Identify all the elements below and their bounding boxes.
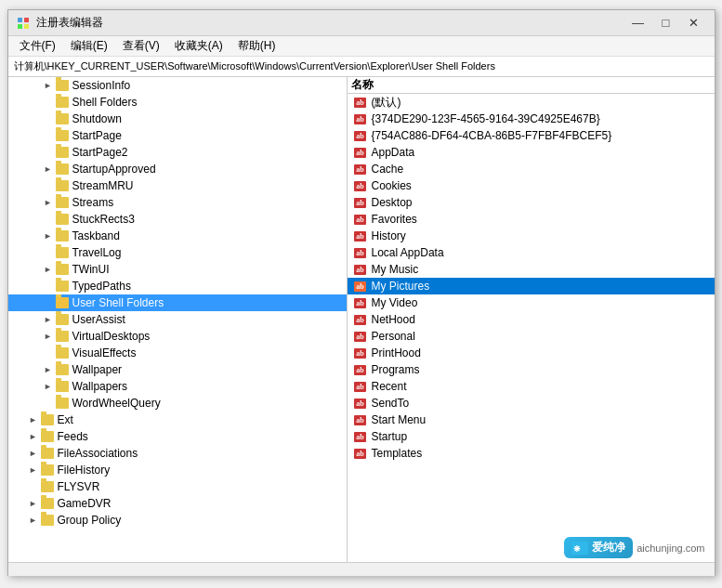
tree-item[interactable]: ►FileAssociations bbox=[8, 445, 347, 462]
tree-item[interactable]: ►TWinUI bbox=[8, 261, 347, 278]
expand-icon[interactable]: ► bbox=[27, 447, 40, 460]
registry-item[interactable]: ab(默认) bbox=[348, 94, 715, 111]
registry-item[interactable]: ab{374DE290-123F-4565-9164-39C4925E467B} bbox=[348, 111, 715, 127]
tree-item[interactable]: StartPage2 bbox=[8, 144, 347, 161]
menu-help[interactable]: 帮助(H) bbox=[230, 36, 283, 56]
expand-icon[interactable]: ► bbox=[42, 363, 55, 376]
tree-item[interactable]: VisualEffects bbox=[8, 345, 347, 361]
expand-icon[interactable]: ► bbox=[42, 229, 55, 242]
expand-icon bbox=[42, 146, 55, 159]
registry-item-label: Personal bbox=[372, 330, 415, 343]
tree-item[interactable]: ►Streams bbox=[8, 194, 347, 211]
menu-favorites[interactable]: 收藏夹(A) bbox=[167, 36, 230, 56]
tree-item[interactable]: TravelLog bbox=[8, 244, 347, 261]
tree-item[interactable]: Shutdown bbox=[8, 111, 347, 127]
tree-item-label: FileHistory bbox=[58, 464, 111, 477]
tree-item[interactable]: ►GameDVR bbox=[8, 495, 347, 512]
reg-type-icon: ab bbox=[351, 95, 370, 110]
menu-edit[interactable]: 编辑(E) bbox=[63, 36, 115, 56]
registry-item[interactable]: abCache bbox=[348, 161, 715, 177]
folder-icon bbox=[40, 412, 55, 427]
minimize-button[interactable]: — bbox=[625, 14, 651, 33]
expand-icon[interactable]: ► bbox=[27, 413, 40, 426]
expand-icon[interactable]: ► bbox=[27, 464, 40, 477]
tree-item[interactable]: StartPage bbox=[8, 127, 347, 144]
tree-item[interactable]: TypedPaths bbox=[8, 278, 347, 294]
tree-item[interactable]: ►UserAssist bbox=[8, 311, 347, 328]
menu-view[interactable]: 查看(V) bbox=[115, 36, 167, 56]
tree-item[interactable]: Shell Folders bbox=[8, 94, 347, 111]
registry-item-label: {374DE290-123F-4565-9164-39C4925E467B} bbox=[372, 112, 600, 125]
expand-icon[interactable]: ► bbox=[42, 263, 55, 276]
registry-item[interactable]: abMy Pictures bbox=[348, 278, 715, 294]
tree-item[interactable]: ►Group Policy bbox=[8, 512, 347, 529]
tree-item-label: Taskband bbox=[72, 229, 120, 242]
registry-item[interactable]: abPrograms bbox=[348, 361, 715, 378]
registry-item[interactable]: ab{754AC886-DF64-4CBA-86B5-F7FBF4FBCEF5} bbox=[348, 127, 715, 144]
app-icon bbox=[16, 16, 31, 31]
registry-item-label: Templates bbox=[372, 447, 423, 460]
tree-panel[interactable]: ►SessionInfoShell FoldersShutdownStartPa… bbox=[8, 77, 348, 562]
tree-item[interactable]: ►Wallpapers bbox=[8, 378, 347, 395]
tree-item-label: StreamMRU bbox=[72, 179, 134, 192]
expand-icon[interactable]: ► bbox=[42, 330, 55, 343]
tree-item[interactable]: ►FileHistory bbox=[8, 462, 347, 478]
close-button[interactable]: ✕ bbox=[681, 14, 707, 33]
registry-item[interactable]: abLocal AppData bbox=[348, 244, 715, 261]
tree-item[interactable]: ►VirtualDesktops bbox=[8, 328, 347, 345]
tree-item[interactable]: ►Taskband bbox=[8, 228, 347, 244]
registry-panel[interactable]: 名称 ab(默认)ab{374DE290-123F-4565-9164-39C4… bbox=[348, 77, 715, 562]
registry-item[interactable]: abHistory bbox=[348, 228, 715, 244]
registry-item[interactable]: abStart Menu bbox=[348, 412, 715, 428]
reg-type-icon: ab bbox=[351, 245, 370, 260]
expand-icon[interactable]: ► bbox=[42, 79, 55, 92]
expand-icon bbox=[42, 246, 55, 259]
registry-item-label: History bbox=[372, 229, 406, 242]
registry-item[interactable]: abFavorites bbox=[348, 211, 715, 228]
tree-item[interactable]: ►StartupApproved bbox=[8, 161, 347, 177]
registry-item[interactable]: abSendTo bbox=[348, 395, 715, 412]
tree-item[interactable]: WordWheelQuery bbox=[8, 395, 347, 412]
folder-icon bbox=[55, 396, 70, 411]
expand-icon[interactable]: ► bbox=[42, 196, 55, 209]
registry-item[interactable]: abNetHood bbox=[348, 311, 715, 328]
tree-item[interactable]: ►SessionInfo bbox=[8, 77, 347, 94]
folder-icon bbox=[55, 212, 70, 227]
expand-icon[interactable]: ► bbox=[42, 313, 55, 326]
registry-item[interactable]: abCookies bbox=[348, 177, 715, 194]
folder-icon bbox=[40, 463, 55, 477]
folder-icon bbox=[40, 429, 55, 444]
registry-item[interactable]: abAppData bbox=[348, 144, 715, 161]
expand-icon[interactable]: ► bbox=[27, 514, 40, 527]
registry-item[interactable]: abStartup bbox=[348, 428, 715, 445]
tree-item[interactable]: ►Feeds bbox=[8, 428, 347, 445]
expand-icon[interactable]: ► bbox=[27, 430, 40, 443]
tree-item[interactable]: User Shell Folders bbox=[8, 294, 347, 311]
tree-item[interactable]: ►Wallpaper bbox=[8, 361, 347, 378]
menu-bar: 文件(F) 编辑(E) 查看(V) 收藏夹(A) 帮助(H) bbox=[8, 36, 715, 57]
expand-icon[interactable]: ► bbox=[42, 380, 55, 393]
registry-item[interactable]: abRecent bbox=[348, 378, 715, 395]
registry-item[interactable]: abDesktop bbox=[348, 194, 715, 211]
address-bar: 计算机\HKEY_CURRENT_USER\Software\Microsoft… bbox=[8, 57, 715, 77]
registry-item[interactable]: abPersonal bbox=[348, 328, 715, 345]
registry-item[interactable]: abPrintHood bbox=[348, 345, 715, 361]
menu-file[interactable]: 文件(F) bbox=[12, 36, 63, 56]
tree-item[interactable]: FLYSVR bbox=[8, 478, 347, 495]
registry-item[interactable]: abMy Video bbox=[348, 294, 715, 311]
tree-item-label: GameDVR bbox=[58, 497, 112, 510]
tree-item[interactable]: StuckRects3 bbox=[8, 211, 347, 228]
folder-icon bbox=[55, 111, 70, 126]
maximize-button[interactable]: □ bbox=[653, 14, 679, 33]
horizontal-scrollbar[interactable] bbox=[8, 562, 715, 575]
tree-item[interactable]: StreamMRU bbox=[8, 177, 347, 194]
folder-icon bbox=[55, 178, 70, 193]
expand-icon[interactable]: ► bbox=[42, 163, 55, 176]
registry-item[interactable]: abMy Music bbox=[348, 261, 715, 278]
expand-icon[interactable]: ► bbox=[27, 497, 40, 510]
tree-item-label: User Shell Folders bbox=[72, 296, 164, 309]
tree-item-label: UserAssist bbox=[72, 313, 125, 326]
registry-item[interactable]: abTemplates bbox=[348, 445, 715, 462]
registry-header: 名称 bbox=[348, 77, 715, 94]
tree-item[interactable]: ►Ext bbox=[8, 412, 347, 428]
